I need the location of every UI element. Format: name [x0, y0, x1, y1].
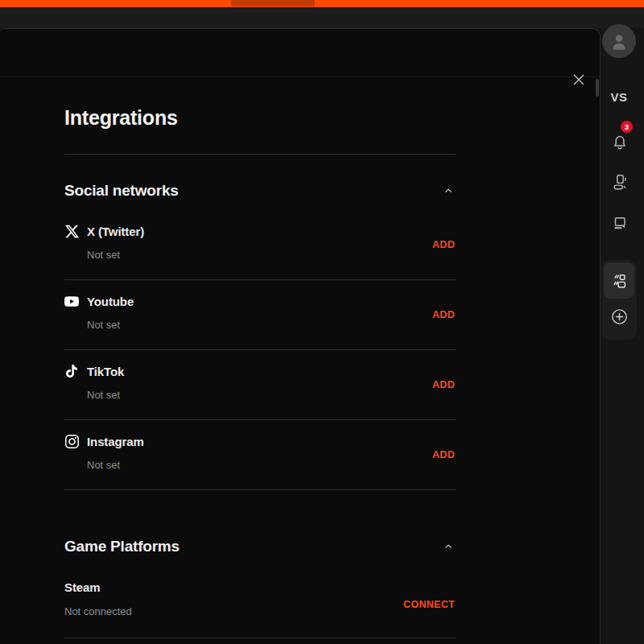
- connect-button[interactable]: CONNECT: [403, 599, 455, 610]
- section-title: Social networks: [64, 182, 179, 200]
- section-title: Game Platforms: [64, 538, 180, 555]
- integration-status: Not set: [87, 459, 456, 471]
- integration-row-steam: Steam Not connected CONNECT: [64, 571, 456, 638]
- integrations-modal: Integrations Social networks X (Twitter): [0, 28, 601, 644]
- section-header-social-networks: Social networks: [64, 180, 456, 202]
- integration-name: X (Twitter): [87, 225, 144, 238]
- add-button[interactable]: ADD: [432, 449, 455, 460]
- integration-status: Not set: [87, 389, 456, 401]
- section-header-game-platforms: Game Platforms: [64, 535, 456, 558]
- topbar-indicator: [231, 0, 315, 6]
- tiktok-icon: [64, 364, 79, 378]
- modal-header: [0, 29, 600, 77]
- integration-row-youtube: Youtube Not set ADD: [64, 280, 456, 350]
- chevron-up-icon[interactable]: [440, 539, 456, 555]
- integration-row-instagram: Instagram Not set ADD: [64, 420, 456, 490]
- chat-icon[interactable]: [609, 213, 631, 235]
- page-title: Integrations: [64, 77, 456, 130]
- team-label: VS: [600, 90, 638, 104]
- top-accent-bar: [0, 0, 644, 7]
- right-sidebar: VS 3: [600, 7, 644, 644]
- integration-status: Not set: [87, 319, 456, 331]
- integration-name: Youtube: [87, 295, 134, 308]
- chevron-up-icon[interactable]: [440, 183, 456, 199]
- integration-status: Not set: [87, 249, 456, 261]
- divider: [64, 154, 456, 155]
- bell-icon[interactable]: [609, 131, 631, 154]
- notification-badge: 3: [621, 121, 633, 133]
- youtube-icon: [64, 294, 79, 308]
- integration-name: Steam: [64, 580, 456, 594]
- integration-row-x-twitter: X (Twitter) Not set ADD: [64, 210, 456, 280]
- integration-name: Instagram: [87, 435, 144, 448]
- x-twitter-icon: [64, 224, 79, 238]
- integration-name: TikTok: [87, 365, 124, 378]
- integration-row-tiktok: TikTok Not set ADD: [64, 350, 456, 420]
- window-header-band: [0, 7, 644, 28]
- team-icon[interactable]: [609, 171, 631, 193]
- integration-status: Not connected: [64, 605, 456, 617]
- sidebar-dock: [601, 260, 637, 340]
- modal-body: Integrations Social networks X (Twitter): [0, 77, 600, 638]
- add-button[interactable]: ADD: [432, 379, 455, 390]
- add-button[interactable]: ADD: [432, 239, 455, 250]
- add-icon[interactable]: [604, 299, 634, 334]
- user-avatar[interactable]: [602, 24, 636, 58]
- instagram-icon: [64, 434, 79, 448]
- add-button[interactable]: ADD: [432, 309, 455, 320]
- social-networks-list: X (Twitter) Not set ADD Youtube Not set …: [64, 210, 456, 490]
- highlights-icon[interactable]: [604, 262, 634, 299]
